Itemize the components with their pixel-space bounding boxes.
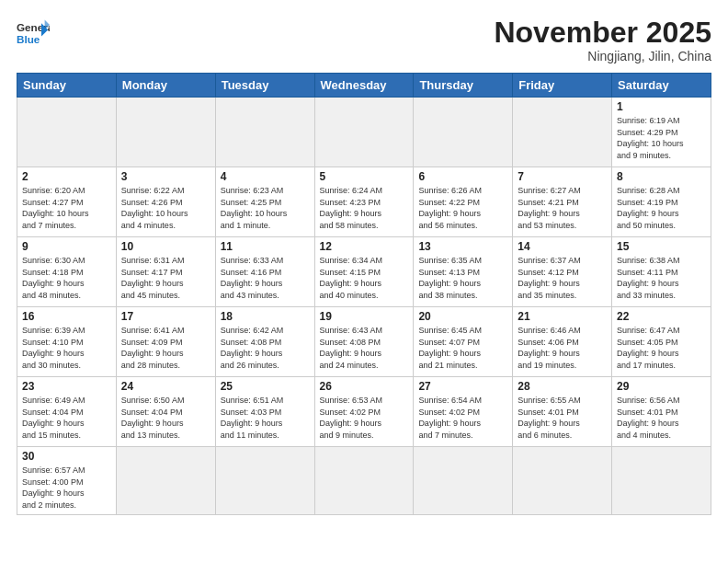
calendar-cell	[17, 98, 117, 167]
day-number: 2	[22, 170, 111, 183]
day-number: 26	[320, 380, 409, 393]
month-title: November 2025	[494, 17, 711, 49]
day-number: 27	[418, 380, 507, 393]
weekday-monday: Monday	[116, 74, 215, 98]
day-info: Sunrise: 6:50 AMSunset: 4:04 PMDaylight:…	[121, 395, 210, 441]
calendar-cell: 15Sunrise: 6:38 AMSunset: 4:11 PMDayligh…	[612, 237, 711, 307]
calendar: SundayMondayTuesdayWednesdayThursdayFrid…	[17, 73, 711, 514]
day-info: Sunrise: 6:51 AMSunset: 4:03 PMDaylight:…	[221, 395, 310, 441]
day-number: 5	[320, 170, 409, 183]
day-number: 24	[121, 380, 210, 393]
calendar-cell	[215, 447, 314, 514]
calendar-cell	[414, 98, 513, 167]
day-info: Sunrise: 6:53 AMSunset: 4:02 PMDaylight:…	[320, 395, 409, 441]
calendar-cell	[116, 447, 215, 514]
day-info: Sunrise: 6:23 AMSunset: 4:25 PMDaylight:…	[221, 185, 310, 231]
day-number: 8	[617, 170, 706, 183]
day-number: 17	[121, 310, 210, 323]
calendar-cell: 12Sunrise: 6:34 AMSunset: 4:15 PMDayligh…	[314, 237, 414, 307]
weekday-header-row: SundayMondayTuesdayWednesdayThursdayFrid…	[17, 74, 711, 98]
day-number: 3	[121, 170, 210, 183]
week-row-2: 2Sunrise: 6:20 AMSunset: 4:27 PMDaylight…	[17, 167, 711, 237]
calendar-cell	[116, 98, 215, 167]
day-info: Sunrise: 6:34 AMSunset: 4:15 PMDaylight:…	[320, 255, 409, 301]
calendar-cell: 24Sunrise: 6:50 AMSunset: 4:04 PMDayligh…	[116, 377, 215, 447]
calendar-cell: 8Sunrise: 6:28 AMSunset: 4:19 PMDaylight…	[612, 167, 711, 237]
weekday-friday: Friday	[513, 74, 612, 98]
calendar-cell: 22Sunrise: 6:47 AMSunset: 4:05 PMDayligh…	[612, 307, 711, 377]
day-info: Sunrise: 6:33 AMSunset: 4:16 PMDaylight:…	[221, 255, 310, 301]
calendar-cell: 1Sunrise: 6:19 AMSunset: 4:29 PMDaylight…	[612, 98, 711, 167]
calendar-cell: 18Sunrise: 6:42 AMSunset: 4:08 PMDayligh…	[215, 307, 314, 377]
calendar-cell	[314, 98, 414, 167]
calendar-cell: 21Sunrise: 6:46 AMSunset: 4:06 PMDayligh…	[513, 307, 612, 377]
day-info: Sunrise: 6:27 AMSunset: 4:21 PMDaylight:…	[518, 185, 607, 231]
day-info: Sunrise: 6:55 AMSunset: 4:01 PMDaylight:…	[518, 395, 607, 441]
generalblue-icon: General Blue	[17, 17, 50, 50]
location: Ningjiang, Jilin, China	[494, 49, 711, 63]
day-info: Sunrise: 6:49 AMSunset: 4:04 PMDaylight:…	[22, 395, 111, 441]
calendar-cell: 26Sunrise: 6:53 AMSunset: 4:02 PMDayligh…	[314, 377, 414, 447]
header: General Blue November 2025 Ningjiang, Ji…	[17, 17, 711, 63]
day-info: Sunrise: 6:20 AMSunset: 4:27 PMDaylight:…	[22, 185, 111, 231]
day-info: Sunrise: 6:31 AMSunset: 4:17 PMDaylight:…	[121, 255, 210, 301]
weekday-sunday: Sunday	[17, 74, 117, 98]
calendar-cell	[314, 447, 414, 514]
title-block: November 2025 Ningjiang, Jilin, China	[494, 17, 711, 63]
day-number: 14	[518, 240, 607, 253]
day-number: 6	[418, 170, 507, 183]
logo: General Blue	[17, 17, 50, 50]
day-info: Sunrise: 6:35 AMSunset: 4:13 PMDaylight:…	[418, 255, 507, 301]
calendar-cell: 30Sunrise: 6:57 AMSunset: 4:00 PMDayligh…	[17, 447, 117, 514]
calendar-cell	[612, 447, 711, 514]
day-info: Sunrise: 6:30 AMSunset: 4:18 PMDaylight:…	[22, 255, 111, 301]
calendar-cell: 5Sunrise: 6:24 AMSunset: 4:23 PMDaylight…	[314, 167, 414, 237]
svg-text:Blue: Blue	[17, 33, 40, 45]
day-info: Sunrise: 6:56 AMSunset: 4:01 PMDaylight:…	[617, 395, 706, 441]
page: General Blue November 2025 Ningjiang, Ji…	[0, 0, 728, 563]
day-number: 18	[221, 310, 310, 323]
calendar-cell: 3Sunrise: 6:22 AMSunset: 4:26 PMDaylight…	[116, 167, 215, 237]
calendar-cell: 29Sunrise: 6:56 AMSunset: 4:01 PMDayligh…	[612, 377, 711, 447]
day-info: Sunrise: 6:37 AMSunset: 4:12 PMDaylight:…	[518, 255, 607, 301]
weekday-thursday: Thursday	[414, 74, 513, 98]
day-number: 16	[22, 310, 111, 323]
day-number: 12	[320, 240, 409, 253]
week-row-4: 16Sunrise: 6:39 AMSunset: 4:10 PMDayligh…	[17, 307, 711, 377]
day-number: 7	[518, 170, 607, 183]
calendar-cell: 4Sunrise: 6:23 AMSunset: 4:25 PMDaylight…	[215, 167, 314, 237]
weekday-tuesday: Tuesday	[215, 74, 314, 98]
calendar-cell: 23Sunrise: 6:49 AMSunset: 4:04 PMDayligh…	[17, 377, 117, 447]
weekday-saturday: Saturday	[612, 74, 711, 98]
day-info: Sunrise: 6:28 AMSunset: 4:19 PMDaylight:…	[617, 185, 706, 231]
day-number: 9	[22, 240, 111, 253]
calendar-cell: 13Sunrise: 6:35 AMSunset: 4:13 PMDayligh…	[414, 237, 513, 307]
calendar-cell	[215, 98, 314, 167]
calendar-cell: 2Sunrise: 6:20 AMSunset: 4:27 PMDaylight…	[17, 167, 117, 237]
day-info: Sunrise: 6:41 AMSunset: 4:09 PMDaylight:…	[121, 325, 210, 371]
calendar-cell: 27Sunrise: 6:54 AMSunset: 4:02 PMDayligh…	[414, 377, 513, 447]
day-number: 25	[221, 380, 310, 393]
day-info: Sunrise: 6:22 AMSunset: 4:26 PMDaylight:…	[121, 185, 210, 231]
calendar-cell	[513, 98, 612, 167]
day-number: 28	[518, 380, 607, 393]
day-number: 1	[617, 100, 706, 113]
day-number: 19	[320, 310, 409, 323]
calendar-cell: 11Sunrise: 6:33 AMSunset: 4:16 PMDayligh…	[215, 237, 314, 307]
weekday-wednesday: Wednesday	[314, 74, 414, 98]
day-info: Sunrise: 6:38 AMSunset: 4:11 PMDaylight:…	[617, 255, 706, 301]
calendar-cell: 9Sunrise: 6:30 AMSunset: 4:18 PMDaylight…	[17, 237, 117, 307]
day-info: Sunrise: 6:43 AMSunset: 4:08 PMDaylight:…	[320, 325, 409, 371]
day-info: Sunrise: 6:45 AMSunset: 4:07 PMDaylight:…	[418, 325, 507, 371]
day-info: Sunrise: 6:47 AMSunset: 4:05 PMDaylight:…	[617, 325, 706, 371]
calendar-cell: 7Sunrise: 6:27 AMSunset: 4:21 PMDaylight…	[513, 167, 612, 237]
day-number: 15	[617, 240, 706, 253]
day-number: 4	[221, 170, 310, 183]
day-info: Sunrise: 6:42 AMSunset: 4:08 PMDaylight:…	[221, 325, 310, 371]
calendar-cell	[414, 447, 513, 514]
day-info: Sunrise: 6:46 AMSunset: 4:06 PMDaylight:…	[518, 325, 607, 371]
day-number: 23	[22, 380, 111, 393]
week-row-6: 30Sunrise: 6:57 AMSunset: 4:00 PMDayligh…	[17, 447, 711, 514]
calendar-cell: 25Sunrise: 6:51 AMSunset: 4:03 PMDayligh…	[215, 377, 314, 447]
calendar-cell: 10Sunrise: 6:31 AMSunset: 4:17 PMDayligh…	[116, 237, 215, 307]
